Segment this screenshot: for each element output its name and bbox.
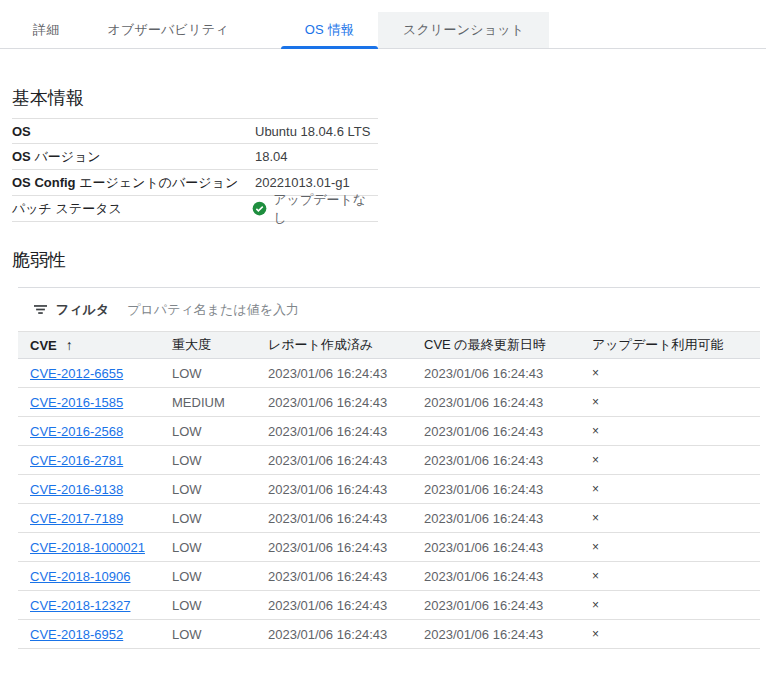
table-row: CVE-2018-6952 LOW 2023/01/06 16:24:43 20… <box>18 620 760 649</box>
reported-cell: 2023/01/06 16:24:43 <box>268 395 424 410</box>
info-label: OS バージョン <box>12 148 255 166</box>
update-available-cell: × <box>592 511 760 525</box>
severity-cell: LOW <box>172 627 268 642</box>
severity-cell: LOW <box>172 598 268 613</box>
cve-link[interactable]: CVE-2018-12327 <box>30 598 130 613</box>
filter-input[interactable] <box>125 301 760 318</box>
arrow-upward-icon: ↑ <box>66 337 73 353</box>
cve-cell: CVE-2018-1000021 <box>30 540 172 555</box>
update-available-cell: × <box>592 598 760 612</box>
table-row: CVE-2012-6655 LOW 2023/01/06 16:24:43 20… <box>18 359 760 388</box>
column-header-last-updated[interactable]: CVE の最終更新日時 <box>424 336 592 354</box>
info-value: 18.04 <box>255 149 288 164</box>
filter-bar: フィルタ <box>18 288 760 331</box>
last-updated-cell: 2023/01/06 16:24:43 <box>424 366 592 381</box>
cve-cell: CVE-2012-6655 <box>30 366 172 381</box>
update-available-cell: × <box>592 453 760 467</box>
severity-cell: LOW <box>172 540 268 555</box>
basic-info-heading: 基本情報 <box>12 49 766 109</box>
patch-status-value: アップデートなし <box>252 191 378 227</box>
info-label: パッチ ステータス <box>12 200 252 218</box>
tab-os-info[interactable]: OS 情報 <box>281 12 378 48</box>
last-updated-cell: 2023/01/06 16:24:43 <box>424 540 592 555</box>
last-updated-cell: 2023/01/06 16:24:43 <box>424 424 592 439</box>
severity-cell: LOW <box>172 453 268 468</box>
info-label: OS Config エージェントのバージョン <box>12 174 255 192</box>
cve-cell: CVE-2016-9138 <box>30 482 172 497</box>
column-header-reported[interactable]: レポート作成済み <box>268 336 424 354</box>
basic-info-table: OS Ubuntu 18.04.6 LTS OS バージョン 18.04 OS … <box>12 118 378 222</box>
cve-cell: CVE-2016-1585 <box>30 395 172 410</box>
reported-cell: 2023/01/06 16:24:43 <box>268 453 424 468</box>
cve-link[interactable]: CVE-2016-2568 <box>30 424 123 439</box>
reported-cell: 2023/01/06 16:24:43 <box>268 569 424 584</box>
cve-table-header: CVE ↑ 重大度 レポート作成済み CVE の最終更新日時 アップデート利用可… <box>18 331 760 359</box>
last-updated-cell: 2023/01/06 16:24:43 <box>424 395 592 410</box>
info-row-os: OS Ubuntu 18.04.6 LTS <box>12 118 378 144</box>
cve-table-body: CVE-2012-6655 LOW 2023/01/06 16:24:43 20… <box>18 359 760 649</box>
cve-link[interactable]: CVE-2016-1585 <box>30 395 123 410</box>
cve-link[interactable]: CVE-2018-10906 <box>30 569 130 584</box>
vulnerabilities-card: フィルタ CVE ↑ 重大度 レポート作成済み CVE の最終更新日時 アップデ… <box>18 287 760 649</box>
column-header-severity[interactable]: 重大度 <box>172 336 268 354</box>
update-available-cell: × <box>592 540 760 554</box>
tab-observability[interactable]: オブザーバビリティ <box>83 12 252 48</box>
tab-details[interactable]: 詳細 <box>9 12 83 48</box>
table-row: CVE-2016-2781 LOW 2023/01/06 16:24:43 20… <box>18 446 760 475</box>
reported-cell: 2023/01/06 16:24:43 <box>268 511 424 526</box>
tab-screenshot[interactable]: スクリーンショット <box>378 12 549 48</box>
last-updated-cell: 2023/01/06 16:24:43 <box>424 482 592 497</box>
info-row-patch-status: パッチ ステータス アップデートなし <box>12 196 378 222</box>
cve-cell: CVE-2018-12327 <box>30 598 172 613</box>
reported-cell: 2023/01/06 16:24:43 <box>268 424 424 439</box>
cve-link[interactable]: CVE-2018-6952 <box>30 627 123 642</box>
check-circle-icon <box>252 201 267 216</box>
severity-cell: LOW <box>172 511 268 526</box>
reported-cell: 2023/01/06 16:24:43 <box>268 627 424 642</box>
cve-cell: CVE-2016-2568 <box>30 424 172 439</box>
reported-cell: 2023/01/06 16:24:43 <box>268 540 424 555</box>
cve-link[interactable]: CVE-2017-7189 <box>30 511 123 526</box>
severity-cell: LOW <box>172 482 268 497</box>
reported-cell: 2023/01/06 16:24:43 <box>268 598 424 613</box>
table-row: CVE-2018-1000021 LOW 2023/01/06 16:24:43… <box>18 533 760 562</box>
cve-link[interactable]: CVE-2016-2781 <box>30 453 123 468</box>
filter-list-icon <box>32 301 49 318</box>
info-value: Ubuntu 18.04.6 LTS <box>255 124 370 139</box>
update-available-cell: × <box>592 627 760 641</box>
info-label: OS <box>12 124 255 139</box>
update-available-cell: × <box>592 366 760 380</box>
severity-cell: MEDIUM <box>172 395 268 410</box>
vulnerabilities-heading: 脆弱性 <box>12 222 766 271</box>
table-row: CVE-2017-7189 LOW 2023/01/06 16:24:43 20… <box>18 504 760 533</box>
severity-cell: LOW <box>172 366 268 381</box>
reported-cell: 2023/01/06 16:24:43 <box>268 366 424 381</box>
cve-cell: CVE-2018-6952 <box>30 627 172 642</box>
severity-cell: LOW <box>172 569 268 584</box>
table-row: CVE-2016-9138 LOW 2023/01/06 16:24:43 20… <box>18 475 760 504</box>
column-header-update-available[interactable]: アップデート利用可能 <box>592 336 760 354</box>
column-header-cve[interactable]: CVE ↑ <box>30 337 172 353</box>
cve-cell: CVE-2018-10906 <box>30 569 172 584</box>
update-available-cell: × <box>592 482 760 496</box>
table-row: CVE-2018-12327 LOW 2023/01/06 16:24:43 2… <box>18 591 760 620</box>
cve-cell: CVE-2017-7189 <box>30 511 172 526</box>
info-value: 20221013.01-g1 <box>255 175 350 190</box>
last-updated-cell: 2023/01/06 16:24:43 <box>424 453 592 468</box>
table-row: CVE-2016-2568 LOW 2023/01/06 16:24:43 20… <box>18 417 760 446</box>
table-row: CVE-2018-10906 LOW 2023/01/06 16:24:43 2… <box>18 562 760 591</box>
update-available-cell: × <box>592 569 760 583</box>
table-row: CVE-2016-1585 MEDIUM 2023/01/06 16:24:43… <box>18 388 760 417</box>
filter-label[interactable]: フィルタ <box>56 301 109 319</box>
info-row-os-version: OS バージョン 18.04 <box>12 144 378 170</box>
update-available-cell: × <box>592 424 760 438</box>
tab-bar: 詳細 オブザーバビリティ OS 情報 スクリーンショット <box>0 0 766 49</box>
cve-link[interactable]: CVE-2016-9138 <box>30 482 123 497</box>
cve-link[interactable]: CVE-2018-1000021 <box>30 540 145 555</box>
severity-cell: LOW <box>172 424 268 439</box>
reported-cell: 2023/01/06 16:24:43 <box>268 482 424 497</box>
cve-cell: CVE-2016-2781 <box>30 453 172 468</box>
last-updated-cell: 2023/01/06 16:24:43 <box>424 511 592 526</box>
last-updated-cell: 2023/01/06 16:24:43 <box>424 598 592 613</box>
cve-link[interactable]: CVE-2012-6655 <box>30 366 123 381</box>
